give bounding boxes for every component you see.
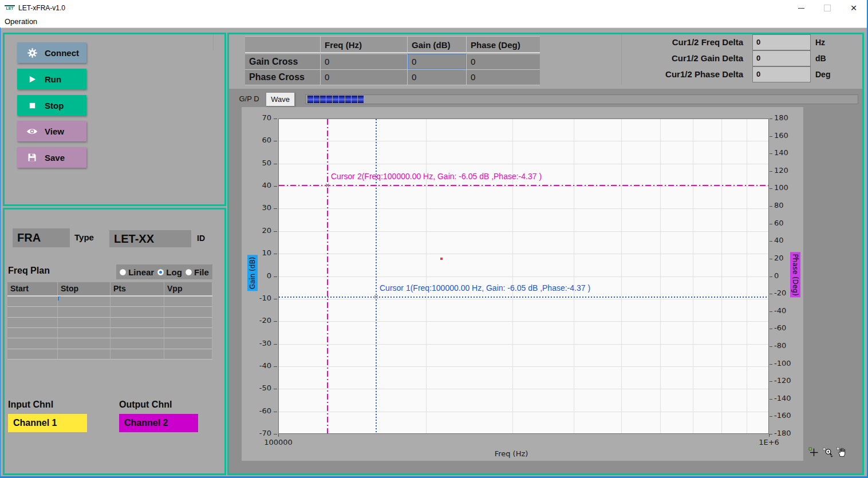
close-button[interactable]: × <box>841 0 867 16</box>
phase-tick-label: -160 <box>774 411 791 420</box>
close-icon: × <box>850 1 857 15</box>
freq-plan-cell[interactable] <box>58 318 111 328</box>
cursor-1-label: Cursor 1(Freq:100000.00 Hz, Gain: -6.05 … <box>380 283 590 293</box>
freq-plan-cell[interactable] <box>164 307 212 317</box>
phase-tick-label: -60 <box>774 323 786 332</box>
maximize-button[interactable] <box>814 0 841 16</box>
gridline-vertical <box>693 119 693 433</box>
titlebar: LET LET-xFRA-v1.0 × <box>0 0 868 16</box>
freq-plan-cell[interactable] <box>164 328 212 338</box>
radio-dot <box>157 269 164 275</box>
freq-plan-cell[interactable] <box>164 338 212 349</box>
freq-plan-cell[interactable] <box>7 328 58 338</box>
pan-tool-icon[interactable] <box>837 447 846 459</box>
freq-plan-cell[interactable] <box>58 307 111 317</box>
button-run[interactable]: Run <box>17 69 86 89</box>
gain-tick-mark <box>274 164 277 164</box>
cross-table-selected-cell-outline <box>408 54 466 69</box>
button-label: Stop <box>45 101 64 110</box>
input-channel-selector[interactable]: Channel 1 <box>8 414 87 432</box>
delta-unit-2: Deg <box>815 66 830 82</box>
freq-plan-cell[interactable] <box>111 328 164 338</box>
progress-segment <box>352 96 357 103</box>
radio-file[interactable]: File <box>186 267 209 277</box>
cross-table-value[interactable]: 0 <box>321 54 408 70</box>
phase-tick-mark <box>770 153 772 154</box>
gain-tick-label: -70 <box>246 429 271 437</box>
cursor-1-marker[interactable]: × <box>374 294 378 300</box>
input-channel-label: Input Chnl <box>8 400 53 410</box>
freq-plan-cell[interactable] <box>111 318 164 328</box>
phase-tick-label: -120 <box>774 376 791 385</box>
button-connect[interactable]: Connect <box>17 42 86 63</box>
menu-item-operation[interactable]: Operation <box>0 16 42 27</box>
phase-tick-mark <box>770 206 772 207</box>
freq-plan-cell[interactable] <box>58 328 111 338</box>
button-label: Run <box>45 74 61 84</box>
gridline-vertical <box>574 119 574 433</box>
cursor-1-hline[interactable] <box>279 297 768 298</box>
button-view[interactable]: View <box>17 121 86 141</box>
minimize-button[interactable] <box>788 0 814 16</box>
phase-tick-mark <box>770 434 772 434</box>
window-title: LET-xFRA-v1.0 <box>18 0 65 16</box>
freq-plan-cell[interactable] <box>58 349 111 360</box>
radio-linear[interactable]: Linear <box>120 267 154 277</box>
cross-table-value[interactable]: 0 <box>321 70 408 85</box>
gain-tick-mark <box>274 299 277 299</box>
freq-plan-cell[interactable] <box>7 318 58 328</box>
delta-value-0[interactable]: 0 <box>752 34 811 50</box>
radio-log[interactable]: Log <box>157 267 182 277</box>
device-id-field[interactable]: LET-XX <box>109 230 191 247</box>
crosshair-tool-icon[interactable] <box>808 447 819 460</box>
phase-tick-mark <box>770 399 772 400</box>
cross-table-value[interactable]: 0 <box>467 70 540 85</box>
tab-gain-phase-display[interactable]: G/P D <box>234 92 265 106</box>
freq-plan-cell[interactable] <box>58 338 111 349</box>
gridline-horizontal <box>279 231 768 232</box>
cross-table-value[interactable]: 0 <box>408 70 467 85</box>
gridline-vertical <box>426 119 427 433</box>
phase-tick-mark <box>770 294 772 294</box>
cursor-2-marker[interactable]: × <box>325 182 330 188</box>
zoom-tool-icon[interactable] <box>823 448 834 460</box>
tab-wave[interactable]: Wave <box>266 92 295 106</box>
freq-plan-cell[interactable] <box>7 307 58 317</box>
phase-tick-mark <box>770 364 772 365</box>
freq-plan-header-stop: Stop <box>58 282 111 295</box>
gain-tick-mark <box>274 276 277 277</box>
delta-label-2: Cur1/2 Phase Delta <box>646 66 743 82</box>
freq-plan-cell[interactable] <box>7 297 58 307</box>
freq-plan-cell[interactable] <box>164 318 212 328</box>
gain-tick-label: 70 <box>246 113 271 122</box>
freq-plan-cell[interactable] <box>58 297 111 307</box>
freq-plan-cell[interactable] <box>111 297 164 307</box>
phase-tick-mark <box>770 241 772 242</box>
freq-plan-cell[interactable] <box>164 297 212 307</box>
output-channel-selector[interactable]: Channel 2 <box>119 414 198 432</box>
freq-plan-cell[interactable] <box>111 307 164 317</box>
freq-plan-cell[interactable] <box>111 338 164 349</box>
delta-value-1[interactable]: 0 <box>752 50 811 66</box>
freq-plan-title: Freq Plan <box>8 266 50 276</box>
data-point <box>440 258 443 260</box>
phase-tick-label: 120 <box>774 166 788 175</box>
delta-value-2[interactable]: 0 <box>752 66 811 82</box>
freq-plan-cell[interactable] <box>164 349 212 360</box>
freq-plan-cell[interactable] <box>7 338 58 349</box>
gain-tick-label: -60 <box>246 406 271 415</box>
phase-tick-label: 80 <box>774 201 784 210</box>
cross-table-value[interactable]: 0 <box>467 54 540 70</box>
cursor-1-vline[interactable] <box>376 119 377 433</box>
gain-tick-mark <box>274 344 277 345</box>
device-type-field[interactable]: FRA <box>13 228 70 247</box>
cursor-2-vline[interactable] <box>327 119 328 433</box>
progress-segment <box>339 96 345 103</box>
freq-plan-cell[interactable] <box>111 349 164 360</box>
progress-segment <box>320 96 326 103</box>
x-tick-label: 1E+6 <box>746 438 792 447</box>
button-save[interactable]: Save <box>17 147 86 168</box>
button-stop[interactable]: Stop <box>17 95 86 116</box>
freq-plan-cell[interactable] <box>7 349 58 360</box>
cursor-2-hline[interactable] <box>279 185 768 186</box>
